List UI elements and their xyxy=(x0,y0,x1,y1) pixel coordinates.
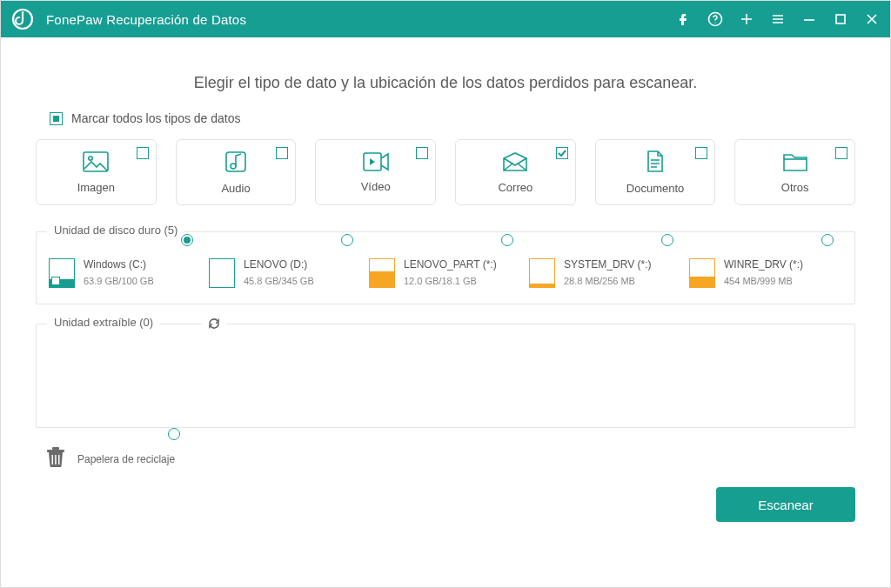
hdd-fieldset: Unidad de disco duro (5) Windows (C:) 63… xyxy=(36,231,855,304)
drive-item[interactable]: SYSTEM_DRV (*:) 28.8 MB/256 MB xyxy=(529,255,682,288)
type-tile-imagen[interactable]: Imagen xyxy=(36,139,157,205)
tile-checkbox[interactable] xyxy=(835,147,847,159)
tile-checkbox[interactable] xyxy=(276,147,288,159)
tile-checkbox[interactable] xyxy=(416,147,428,159)
drive-icon xyxy=(49,258,75,288)
facebook-icon[interactable] xyxy=(676,11,692,27)
drive-item[interactable]: LENOVO_PART (*:) 12.0 GB/18.1 GB xyxy=(369,255,522,288)
drive-capacity: 63.9 GB/100 GB xyxy=(84,276,154,286)
type-tile-video[interactable]: Vídeo xyxy=(315,139,436,205)
svg-rect-13 xyxy=(47,450,64,452)
svg-rect-3 xyxy=(836,15,845,23)
close-icon[interactable] xyxy=(864,11,880,27)
drive-name: WINRE_DRV (*:) xyxy=(724,258,803,271)
drive-icon xyxy=(529,258,555,288)
removable-section-label: Unidad extraíble (0) xyxy=(47,316,160,329)
app-window: FonePaw Recuperación de Datos Elegir el … xyxy=(0,0,891,588)
svg-rect-14 xyxy=(52,447,59,450)
app-logo-icon xyxy=(11,8,34,30)
scan-button[interactable]: Escanear xyxy=(716,487,855,522)
check-all-label: Marcar todos los tipos de datos xyxy=(71,111,241,125)
svg-rect-11 xyxy=(52,282,56,285)
check-all-checkbox[interactable] xyxy=(50,112,63,125)
drive-radio[interactable] xyxy=(181,234,193,246)
tile-label: Audio xyxy=(221,182,250,195)
drive-name: LENOVO_PART (*:) xyxy=(404,258,497,271)
drive-radio[interactable] xyxy=(501,234,513,246)
titlebar-actions xyxy=(676,11,880,27)
minimize-icon[interactable] xyxy=(801,11,817,27)
titlebar: FonePaw Recuperación de Datos xyxy=(1,1,890,37)
drives-row: Windows (C:) 63.9 GB/100 GB LENOVO (D:) … xyxy=(49,255,842,288)
page-headline: Elegir el tipo de dato y la ubicación de… xyxy=(36,74,855,92)
svg-rect-12 xyxy=(57,282,60,285)
drive-item[interactable]: Windows (C:) 63.9 GB/100 GB xyxy=(49,255,202,288)
folder-icon xyxy=(782,151,808,176)
image-icon xyxy=(83,151,109,176)
check-all-row[interactable]: Marcar todos los tipos de datos xyxy=(50,111,855,125)
trash-icon xyxy=(46,447,65,471)
tile-checkbox[interactable] xyxy=(137,147,149,159)
main-content: Elegir el tipo de dato y la ubicación de… xyxy=(1,37,890,536)
tile-label: Correo xyxy=(498,181,533,194)
menu-icon[interactable] xyxy=(770,11,786,27)
recycle-row[interactable]: Papelera de reciclaje xyxy=(46,447,855,471)
type-tile-correo[interactable]: Correo xyxy=(455,139,576,205)
windows-badge-icon xyxy=(51,277,60,285)
drive-capacity: 28.8 MB/256 MB xyxy=(564,276,651,286)
drive-icon xyxy=(369,258,395,288)
drive-radio[interactable] xyxy=(661,234,673,246)
drive-capacity: 45.8 GB/345 GB xyxy=(244,276,314,286)
drive-name: Windows (C:) xyxy=(84,258,154,271)
svg-rect-15 xyxy=(52,455,54,464)
svg-rect-16 xyxy=(55,455,56,464)
svg-point-2 xyxy=(714,22,715,23)
svg-point-5 xyxy=(89,156,92,159)
tile-label: Documento xyxy=(626,182,684,195)
add-icon[interactable] xyxy=(739,11,754,27)
type-tiles: Imagen Audio Vídeo Correo Documento xyxy=(36,139,855,205)
drive-item[interactable]: WINRE_DRV (*:) 454 MB/999 MB xyxy=(689,255,842,288)
removable-fieldset: Unidad extraíble (0) xyxy=(36,324,855,428)
drive-radio[interactable] xyxy=(341,234,353,246)
svg-rect-17 xyxy=(58,455,60,464)
tile-checkbox[interactable] xyxy=(556,147,568,159)
type-tile-documento[interactable]: Documento xyxy=(595,139,716,205)
drive-capacity: 12.0 GB/18.1 GB xyxy=(404,276,497,286)
maximize-icon[interactable] xyxy=(833,11,848,27)
document-icon xyxy=(646,150,665,177)
footer: Escanear xyxy=(36,487,855,522)
hdd-section-label: Unidad de disco duro (5) xyxy=(47,224,184,237)
refresh-icon[interactable] xyxy=(202,317,226,334)
tile-checkbox[interactable] xyxy=(695,147,707,159)
tile-label: Otros xyxy=(781,181,809,194)
svg-rect-9 xyxy=(52,277,56,281)
drive-item[interactable]: LENOVO (D:) 45.8 GB/345 GB xyxy=(209,255,362,288)
app-title: FonePaw Recuperación de Datos xyxy=(46,12,246,27)
video-icon xyxy=(363,152,389,175)
audio-icon xyxy=(224,150,247,177)
type-tile-audio[interactable]: Audio xyxy=(176,139,297,205)
drive-capacity: 454 MB/999 MB xyxy=(724,276,803,286)
recycle-label: Papelera de reciclaje xyxy=(77,453,175,465)
removable-empty xyxy=(49,347,842,411)
recycle-radio[interactable] xyxy=(168,428,180,440)
svg-point-7 xyxy=(231,164,236,169)
drive-icon xyxy=(209,258,235,288)
tile-label: Vídeo xyxy=(361,180,391,193)
help-icon[interactable] xyxy=(707,11,723,27)
mail-icon xyxy=(502,151,528,176)
drive-name: LENOVO (D:) xyxy=(244,258,314,271)
svg-rect-10 xyxy=(57,277,60,281)
type-tile-otros[interactable]: Otros xyxy=(734,139,855,205)
drive-name: SYSTEM_DRV (*:) xyxy=(564,258,651,271)
tile-label: Imagen xyxy=(77,181,115,194)
drive-radio[interactable] xyxy=(821,234,834,246)
drive-icon xyxy=(689,258,715,288)
